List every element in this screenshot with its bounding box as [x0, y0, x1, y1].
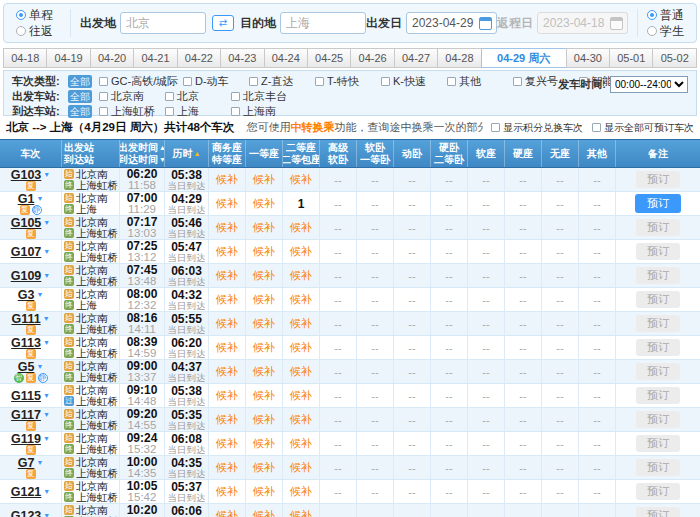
train-number-link[interactable]: G7 [18, 457, 35, 469]
waitlist-link[interactable]: 候补 [216, 484, 238, 499]
waitlist-link[interactable]: 候补 [216, 340, 238, 355]
expand-stops-icon[interactable]: ▼ [43, 486, 50, 498]
swap-stations-icon[interactable]: ⇄ [212, 15, 234, 31]
passenger-type-student[interactable]: 学生 [647, 24, 684, 39]
filter-all-badge[interactable]: 全部 [68, 105, 92, 118]
expand-stops-icon[interactable]: ▼ [43, 390, 50, 402]
waitlist-link[interactable]: 候补 [216, 316, 238, 331]
expand-stops-icon[interactable]: ▼ [43, 433, 50, 445]
waitlist-link[interactable]: 候补 [253, 484, 275, 499]
date-tab-04-30[interactable]: 04-30 [566, 48, 610, 68]
waitlist-link[interactable]: 候补 [253, 340, 275, 355]
waitlist-link[interactable]: 候补 [290, 388, 312, 403]
waitlist-link[interactable]: 候补 [253, 196, 275, 211]
waitlist-link[interactable]: 候补 [290, 292, 312, 307]
filter-option-K-快速[interactable]: K-快速 [381, 74, 447, 89]
waitlist-link[interactable]: 候补 [253, 436, 275, 451]
trip-type-roundtrip[interactable]: 往返 [16, 24, 53, 39]
expand-stops-icon[interactable]: ▼ [36, 457, 43, 469]
waitlist-link[interactable]: 候补 [290, 220, 312, 235]
waitlist-link[interactable]: 候补 [290, 508, 312, 517]
filter-option-北京[interactable]: 北京 [165, 89, 231, 104]
waitlist-link[interactable]: 候补 [216, 460, 238, 475]
filter-option-上海[interactable]: 上海 [165, 104, 231, 119]
waitlist-link[interactable]: 候补 [290, 364, 312, 379]
date-tab-04-22[interactable]: 04-22 [177, 48, 221, 68]
waitlist-link[interactable]: 候补 [253, 268, 275, 283]
trip-type-oneway[interactable]: 单程 [16, 8, 53, 23]
book-button[interactable]: 预订 [635, 194, 681, 213]
date-tab-04-27[interactable]: 04-27 [394, 48, 438, 68]
expand-stops-icon[interactable]: ▼ [43, 217, 50, 229]
date-tab-04-18[interactable]: 04-18 [3, 48, 47, 68]
date-tab-04-23[interactable]: 04-23 [220, 48, 264, 68]
waitlist-link[interactable]: 候补 [216, 268, 238, 283]
date-tab-04-20[interactable]: 04-20 [90, 48, 134, 68]
show-points-trains-checkbox[interactable]: 显示积分兑换车次 [491, 121, 583, 135]
waitlist-link[interactable]: 候补 [290, 412, 312, 427]
expand-stops-icon[interactable]: ▼ [36, 193, 43, 205]
filter-option-上海虹桥[interactable]: 上海虹桥 [99, 104, 165, 119]
train-number-link[interactable]: G121 [11, 486, 42, 498]
waitlist-link[interactable]: 候补 [253, 292, 275, 307]
waitlist-link[interactable]: 候补 [290, 340, 312, 355]
train-number-link[interactable]: G103 [11, 169, 42, 181]
waitlist-link[interactable]: 候补 [290, 460, 312, 475]
expand-stops-icon[interactable]: ▼ [43, 270, 50, 282]
waitlist-link[interactable]: 候补 [290, 436, 312, 451]
date-tab-04-19[interactable]: 04-19 [46, 48, 90, 68]
waitlist-link[interactable]: 候补 [253, 412, 275, 427]
date-tab-04-24[interactable]: 04-24 [264, 48, 308, 68]
date-tab-05-02[interactable]: 05-02 [652, 48, 696, 68]
filter-option-北京丰台[interactable]: 北京丰台 [231, 89, 297, 104]
train-number-link[interactable]: G5 [18, 361, 35, 373]
waitlist-link[interactable]: 候补 [253, 364, 275, 379]
waitlist-link[interactable]: 候补 [253, 316, 275, 331]
waitlist-link[interactable]: 候补 [216, 292, 238, 307]
train-number-link[interactable]: G1 [18, 193, 35, 205]
filter-all-badge[interactable]: 全部 [68, 75, 92, 88]
filter-option-Z-直达[interactable]: Z-直达 [249, 74, 315, 89]
waitlist-link[interactable]: 候补 [216, 196, 238, 211]
filter-option-其他[interactable]: 其他 [447, 74, 513, 89]
waitlist-link[interactable]: 候补 [253, 460, 275, 475]
train-number-link[interactable]: G111 [11, 313, 40, 325]
from-input[interactable] [120, 12, 206, 34]
depart-time-select[interactable]: 00:00--24:00 [610, 76, 688, 93]
filter-option-D-动车[interactable]: D-动车 [183, 74, 249, 89]
train-number-link[interactable]: G3 [18, 289, 35, 301]
expand-stops-icon[interactable]: ▼ [36, 361, 43, 373]
filter-option-T-特快[interactable]: T-特快 [315, 74, 381, 89]
waitlist-link[interactable]: 候补 [290, 484, 312, 499]
train-number-link[interactable]: G105 [11, 217, 42, 229]
waitlist-link[interactable]: 候补 [253, 388, 275, 403]
date-tab-04-28[interactable]: 04-28 [437, 48, 481, 68]
waitlist-link[interactable]: 候补 [216, 244, 238, 259]
column-header-2[interactable]: 出发时间▲到达时间▼ [120, 140, 165, 167]
passenger-type-normal[interactable]: 普通 [647, 8, 684, 23]
waitlist-link[interactable]: 候补 [290, 316, 312, 331]
train-number-link[interactable]: G113 [11, 337, 41, 349]
sort-asc-icon[interactable]: ▲ [194, 148, 201, 160]
date-tab-04-26[interactable]: 04-26 [350, 48, 394, 68]
waitlist-link[interactable]: 候补 [216, 172, 238, 187]
waitlist-link[interactable]: 候补 [290, 268, 312, 283]
waitlist-link[interactable]: 候补 [253, 172, 275, 187]
filter-option-北京南[interactable]: 北京南 [99, 89, 165, 104]
expand-stops-icon[interactable]: ▼ [43, 169, 50, 181]
filter-option-上海南[interactable]: 上海南 [231, 104, 297, 119]
transfer-link[interactable]: 中转换乘 [290, 121, 334, 133]
waitlist-link[interactable]: 候补 [253, 508, 275, 517]
expand-stops-icon[interactable]: ▼ [43, 337, 50, 349]
waitlist-link[interactable]: 候补 [216, 436, 238, 451]
date-tab-05-01[interactable]: 05-01 [609, 48, 653, 68]
train-number-link[interactable]: G115 [11, 390, 41, 402]
train-number-link[interactable]: G119 [11, 433, 41, 445]
expand-stops-icon[interactable]: ▼ [43, 409, 50, 421]
waitlist-link[interactable]: 候补 [253, 244, 275, 259]
expand-stops-icon[interactable]: ▼ [43, 510, 50, 517]
date-tab-04-29[interactable]: 04-29 周六 [481, 48, 567, 68]
waitlist-link[interactable]: 候补 [253, 220, 275, 235]
waitlist-link[interactable]: 候补 [216, 412, 238, 427]
expand-stops-icon[interactable]: ▼ [43, 246, 50, 258]
